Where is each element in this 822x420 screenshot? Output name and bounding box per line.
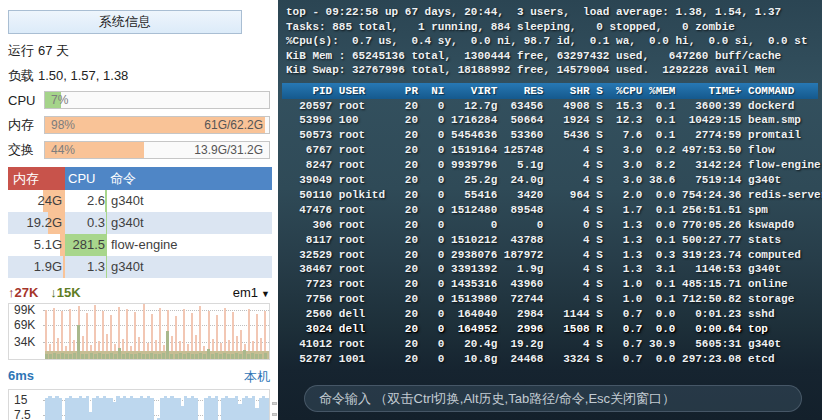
process-row: 41012 root 20 0 20.4g 19.2g 4 S 0.7 30.9… — [286, 337, 822, 352]
network-stats-row: ↑27K ↓15K em1▼ — [8, 285, 270, 300]
process-row: 50573 root 20 0 5454636 53360 5436 S 7.6… — [286, 128, 822, 143]
command-cell: g340t — [107, 256, 272, 278]
process-row: 47476 root 20 0 1512480 89548 4 S 1.7 0.… — [286, 203, 822, 218]
cpu-meter-bar: 7% — [44, 91, 270, 109]
table-row[interactable]: 5.1G281.5flow-engine — [8, 234, 272, 256]
swap-meter-percent: 44% — [51, 143, 75, 157]
process-row: 8247 root 20 0 9939796 5.1g 4 S 3.0 8.2 … — [286, 158, 822, 173]
memory-cell: 19.2G — [8, 212, 65, 234]
cpu-meter-label: CPU — [8, 93, 44, 108]
uptime-value: 67 天 — [38, 43, 69, 58]
memory-cell: 24G — [8, 190, 65, 212]
table-row[interactable]: 24G2.6g340t — [8, 190, 272, 212]
process-row: 20597 root 20 0 12.7g 63456 4908 S 15.3 … — [286, 99, 822, 114]
swap-meter-bar: 44% 13.9G/31.2G — [44, 141, 270, 159]
cpu-cell: 281.5 — [65, 234, 107, 256]
host-link[interactable]: 本机 — [244, 368, 270, 386]
top-summary-line: %Cpu(s): 0.7 us, 0.4 sy, 0.0 ni, 98.7 id… — [286, 34, 822, 49]
memory-meter-detail: 61G/62.2G — [204, 118, 263, 132]
ping-y-tick: 7.5 — [14, 408, 31, 420]
top-summary: top - 09:22:58 up 67 days, 20:44, 3 user… — [278, 0, 822, 78]
process-row: 3024 dell 20 0 164952 2996 1508 R 0.7 0.… — [286, 322, 822, 337]
memory-cell: 1.9G — [8, 256, 65, 278]
process-row: 38467 root 20 0 3391392 1.9g 4 S 1.3 3.1… — [286, 262, 822, 277]
process-table-body: 24G2.6g340t19.2G0.3g340t5.1G281.5flow-en… — [8, 190, 272, 278]
system-info-panel: 系统信息 运行67 天 负载1.50, 1.57, 1.38 CPU 7% 内存… — [0, 0, 278, 420]
download-stat: ↓15K — [50, 285, 80, 300]
process-table-header: 内存 CPU 命令 — [8, 167, 272, 190]
process-row: 39049 root 20 0 25.2g 24.0g 4 S 3.0 38.6… — [286, 173, 822, 188]
process-table: 内存 CPU 命令 24G2.6g340t19.2G0.3g340t5.1G28… — [8, 167, 272, 278]
column-header-memory[interactable]: 内存 — [8, 167, 65, 190]
table-row[interactable]: 1.9G1.3g340t — [8, 256, 272, 278]
command-cell: g340t — [107, 212, 272, 234]
process-row: 53996 100 20 0 1716284 50664 1924 S 12.3… — [286, 113, 822, 128]
table-row[interactable]: 19.2G0.3g340t — [8, 212, 272, 234]
download-bars — [45, 304, 267, 359]
download-value: 15K — [57, 285, 81, 300]
process-row: 6767 root 20 0 1519164 125748 4 S 3.0 0.… — [286, 143, 822, 158]
top-summary-line: Tasks: 885 total, 1 running, 884 sleepin… — [286, 20, 822, 35]
ping-current: 6ms — [8, 368, 34, 386]
memory-meter-percent: 98% — [51, 118, 75, 132]
swap-meter-detail: 13.9G/31.2G — [194, 143, 263, 157]
cpu-cell: 1.3 — [65, 256, 107, 278]
net-y-tick: 99K — [14, 303, 35, 317]
network-chart: 99K69K34K — [8, 303, 270, 360]
upload-value: 27K — [15, 285, 39, 300]
memory-cell: 5.1G — [8, 234, 65, 256]
cpu-meter-percent: 7% — [51, 93, 68, 107]
app-window: 系统信息 运行67 天 负载1.50, 1.57, 1.38 CPU 7% 内存… — [0, 0, 822, 420]
process-row: 2560 dell 20 0 164040 2984 1144 S 0.7 0.… — [286, 307, 822, 322]
process-row: 306 root 20 0 0 0 0 S 1.3 0.0 770:05.26 … — [286, 218, 822, 233]
chevron-down-icon: ▼ — [261, 289, 270, 299]
load-label: 负载 — [8, 68, 34, 83]
column-header-command[interactable]: 命令 — [107, 167, 136, 190]
net-y-tick: 34K — [14, 335, 35, 349]
process-list: 20597 root 20 0 12.7g 63456 4908 S 15.3 … — [278, 99, 822, 367]
terminal: top - 09:22:58 up 67 days, 20:44, 3 user… — [278, 0, 822, 420]
cpu-cell: 0.3 — [65, 212, 107, 234]
net-y-tick: 69K — [14, 318, 35, 332]
ping-chart: 157.50 — [8, 389, 270, 420]
command-cell: flow-engine — [107, 234, 272, 256]
column-header-cpu[interactable]: CPU — [65, 167, 107, 190]
ping-y-tick: 15 — [14, 393, 27, 407]
command-input[interactable] — [304, 385, 802, 412]
top-summary-line: top - 09:22:58 up 67 days, 20:44, 3 user… — [286, 5, 822, 20]
uptime-label: 运行 — [8, 43, 34, 58]
process-row: 52787 1001 20 0 10.8g 24468 3324 S 0.7 0… — [286, 352, 822, 367]
command-cell: g340t — [107, 190, 272, 212]
process-row: 7723 root 20 0 1435316 43960 4 S 1.0 0.1… — [286, 277, 822, 292]
memory-meter-label: 内存 — [8, 116, 44, 134]
uptime-line: 运行67 天 — [8, 42, 272, 59]
process-row: 32529 root 20 0 2938076 187972 4 S 1.3 0… — [286, 248, 822, 263]
upload-stat: ↑27K — [8, 285, 38, 300]
process-row: 7756 root 20 0 1513980 72744 4 S 1.0 0.1… — [286, 292, 822, 307]
cpu-cell: 2.6 — [65, 190, 107, 212]
top-summary-line: KiB Swap: 32767996 total, 18188992 free,… — [286, 63, 822, 78]
interface-select[interactable]: em1▼ — [233, 285, 270, 300]
ping-area — [45, 390, 269, 420]
load-line: 负载1.50, 1.57, 1.38 — [8, 67, 272, 84]
cpu-meter: CPU 7% — [8, 91, 272, 109]
process-list-header: PID USER PR NI VIRT RES SHR S %CPU %MEM … — [282, 83, 818, 99]
load-value: 1.50, 1.57, 1.38 — [38, 68, 128, 83]
swap-meter: 交换 44% 13.9G/31.2G — [8, 141, 272, 159]
memory-meter: 内存 98% 61G/62.2G — [8, 116, 272, 134]
process-row: 8117 root 20 0 1510212 43788 4 S 1.3 0.1… — [286, 233, 822, 248]
interface-name: em1 — [233, 285, 258, 300]
system-info-button[interactable]: 系统信息 — [8, 10, 242, 34]
swap-meter-label: 交换 — [8, 141, 44, 159]
ping-stats-row: 6ms 本机 — [8, 368, 270, 386]
memory-meter-bar: 98% 61G/62.2G — [44, 116, 270, 134]
top-summary-line: KiB Mem : 65245136 total, 1300444 free, … — [286, 49, 822, 64]
process-row: 50110 polkitd 20 0 55416 3420 964 S 2.0 … — [286, 188, 822, 203]
